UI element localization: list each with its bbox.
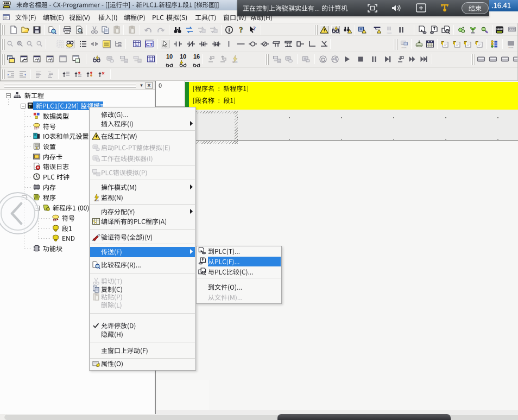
- svg-text:roon: roon: [232, 61, 238, 63]
- svg-text:roon: roon: [387, 31, 392, 34]
- svg-text:A: A: [150, 59, 152, 62]
- svg-text:?: ?: [253, 26, 256, 31]
- svg-text:?: ?: [239, 26, 243, 34]
- svg-text:CT: CT: [146, 42, 153, 47]
- svg-text:roon: roon: [509, 46, 514, 48]
- svg-text:A: A: [136, 44, 138, 47]
- svg-text:roon: roon: [94, 199, 99, 202]
- svg-text:roon: roon: [402, 46, 407, 48]
